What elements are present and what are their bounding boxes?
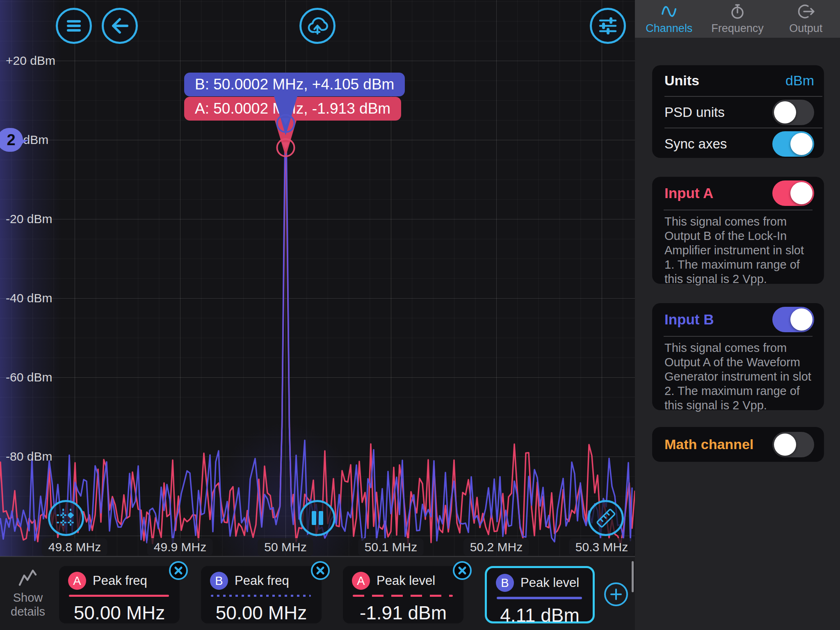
y-tick: -80 dBm xyxy=(6,450,52,463)
back-button[interactable] xyxy=(102,8,138,44)
channel-b-badge: B xyxy=(210,572,228,590)
measurements-bar: Show details A Peak freq 50.00 MHz B Pea… xyxy=(0,556,635,630)
pause-button[interactable] xyxy=(299,500,336,536)
x-tick: 50.1 MHz xyxy=(358,538,424,556)
display-settings-button[interactable] xyxy=(590,8,626,44)
hamburger-icon xyxy=(62,15,85,37)
scrollbar[interactable] xyxy=(632,561,634,592)
measurement-value: 50.00 MHz xyxy=(201,602,322,624)
sync-axes-row: Sync axes xyxy=(652,128,824,159)
tab-output[interactable]: Output xyxy=(772,0,840,38)
measurement-value: 4.11 dBm xyxy=(487,604,593,626)
x-tick: 50.3 MHz xyxy=(569,538,635,556)
y-tick: -40 dBm xyxy=(6,291,52,305)
measurement-label: Peak freq xyxy=(93,573,147,588)
measure-button[interactable] xyxy=(588,500,624,536)
x-tick: 50.2 MHz xyxy=(463,538,529,556)
sidebar-tabbar: Channels Frequency Output xyxy=(635,0,840,38)
trace-style-line xyxy=(353,595,453,597)
units-row[interactable]: Units dBm xyxy=(652,65,824,96)
divider xyxy=(664,336,813,337)
measurement-card-a-peak-level[interactable]: A Peak level -1.91 dBm xyxy=(343,566,463,623)
spectrum-plot[interactable]: +20 dBm +0 dBm -20 dBm -40 dBm -60 dBm -… xyxy=(0,0,635,556)
ruler-icon xyxy=(593,506,618,530)
measurement-label: Peak level xyxy=(377,573,435,588)
measurement-value: 50.00 MHz xyxy=(59,602,180,624)
svg-text:2: 2 xyxy=(7,131,15,148)
math-channel-card: Math channel xyxy=(652,427,824,462)
signal-chart-icon xyxy=(17,568,39,587)
y-tick: +20 dBm xyxy=(6,54,55,68)
menu-button[interactable] xyxy=(56,8,92,44)
x-tick: 49.9 MHz xyxy=(147,538,213,556)
tab-channels[interactable]: Channels xyxy=(635,0,703,38)
reference-level-badge[interactable]: 2 xyxy=(0,127,37,153)
measurement-label: Peak level xyxy=(520,575,579,590)
cursor-label-b[interactable]: B: 50.0002 MHz, +4.105 dBm xyxy=(184,73,405,96)
trace-style-line xyxy=(497,597,582,599)
measurement-card-a-peak-freq[interactable]: A Peak freq 50.00 MHz xyxy=(59,566,180,623)
math-channel-toggle[interactable] xyxy=(772,432,814,457)
input-a-title: Input A xyxy=(664,185,713,201)
channel-a-badge: A xyxy=(352,572,370,590)
y-tick: -60 dBm xyxy=(6,370,52,384)
input-a-card: Input A This signal comes from Output B … xyxy=(652,177,824,284)
input-b-description: This signal comes from Output A of the W… xyxy=(664,341,813,413)
close-icon[interactable] xyxy=(169,561,188,580)
x-tick: 50 MHz xyxy=(258,538,313,556)
pause-icon xyxy=(308,508,327,528)
sync-axes-toggle[interactable] xyxy=(772,131,814,157)
divider xyxy=(664,210,813,210)
add-measurement-button[interactable] xyxy=(604,582,628,606)
close-icon[interactable] xyxy=(311,561,330,580)
spectrum-analyzer-app: +20 dBm +0 dBm -20 dBm -40 dBm -60 dBm -… xyxy=(0,0,840,630)
units-value: dBm xyxy=(785,73,814,89)
measurement-value: -1.91 dBm xyxy=(343,602,463,624)
cursors-button[interactable] xyxy=(48,500,84,536)
math-channel-title: Math channel xyxy=(664,436,753,452)
psd-units-toggle[interactable] xyxy=(772,100,814,125)
tab-frequency[interactable]: Frequency xyxy=(703,0,772,38)
y-tick: -20 dBm xyxy=(6,212,52,226)
sine-wave-icon xyxy=(660,3,678,20)
sliders-icon xyxy=(596,14,620,37)
cloud-upload-icon xyxy=(305,14,330,38)
measurement-card-b-peak-level[interactable]: B Peak level 4.11 dBm xyxy=(485,566,595,623)
channel-b-badge: B xyxy=(496,574,514,592)
input-b-card: Input B This signal comes from Output A … xyxy=(652,303,824,410)
input-a-description: This signal comes from Output B of the L… xyxy=(664,215,813,286)
close-icon[interactable] xyxy=(453,561,472,580)
stopwatch-icon xyxy=(728,3,746,20)
plus-icon xyxy=(610,588,622,600)
cursor-grid-icon xyxy=(54,506,78,530)
input-b-title: Input B xyxy=(664,311,714,328)
input-b-toggle[interactable] xyxy=(772,307,814,332)
input-a-toggle[interactable] xyxy=(772,180,814,206)
measurement-label: Peak freq xyxy=(235,573,289,588)
measurement-card-b-peak-freq[interactable]: B Peak freq 50.00 MHz xyxy=(201,566,322,623)
units-card: Units dBm PSD units Sync axes xyxy=(652,65,824,158)
cursor-label-a[interactable]: A: 50.0002 MHz, -1.913 dBm xyxy=(184,97,401,121)
psd-units-row: PSD units xyxy=(652,97,824,128)
channel-a-badge: A xyxy=(68,572,86,590)
x-tick: 49.8 MHz xyxy=(42,538,107,556)
back-arrow-icon xyxy=(109,15,131,37)
trace-style-line xyxy=(69,595,169,597)
output-icon xyxy=(797,3,815,20)
show-details-label: Show details xyxy=(11,591,45,618)
trace-style-line xyxy=(211,595,311,597)
show-details-button[interactable]: Show details xyxy=(4,568,52,619)
settings-sidebar: Channels Frequency Output Units dBm xyxy=(635,0,840,630)
cloud-upload-button[interactable] xyxy=(299,8,336,44)
